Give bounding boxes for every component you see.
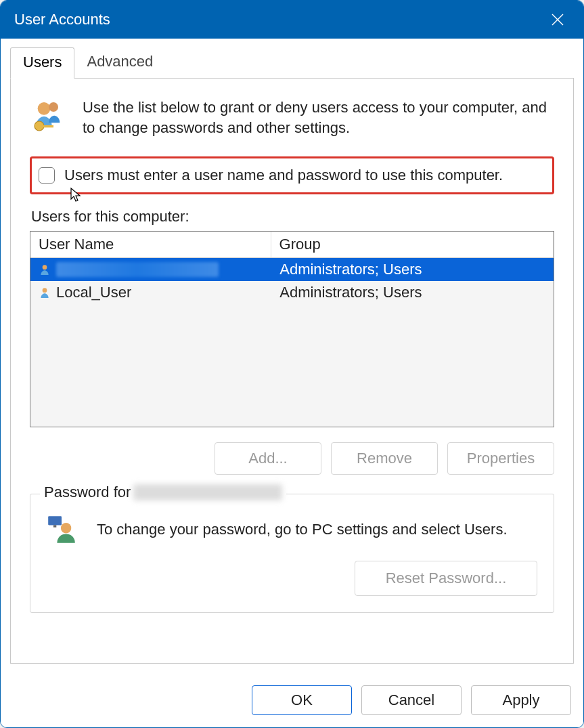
user-icon — [39, 263, 51, 276]
cancel-button[interactable]: Cancel — [361, 685, 462, 715]
user-monitor-icon — [47, 515, 76, 544]
window-title: User Accounts — [14, 11, 545, 28]
add-button[interactable]: Add... — [215, 442, 321, 475]
table-row[interactable]: Administrators; Users — [30, 258, 554, 281]
password-legend: Password for — [40, 484, 286, 501]
require-signin-checkbox[interactable] — [39, 167, 55, 184]
cell-username: Local_User — [56, 284, 131, 301]
remove-button[interactable]: Remove — [331, 442, 438, 475]
svg-rect-5 — [43, 125, 53, 128]
dialog-content: Users Advanced Use the list below to gra… — [1, 39, 583, 676]
properties-button[interactable]: Properties — [447, 442, 554, 475]
svg-rect-8 — [48, 517, 62, 526]
users-list-heading: Users for this computer: — [31, 208, 554, 226]
ok-button[interactable]: OK — [252, 685, 352, 715]
svg-point-10 — [61, 523, 71, 533]
intro-text: Use the list below to grant or deny user… — [83, 98, 554, 137]
cell-group: Administrators; Users — [271, 261, 548, 278]
users-panel: Use the list below to grant or deny user… — [10, 79, 574, 664]
password-legend-prefix: Password for — [44, 484, 131, 501]
password-legend-redacted — [133, 484, 282, 500]
dialog-footer: OK Cancel Apply — [1, 676, 583, 727]
password-instruction: To change your password, go to PC settin… — [97, 521, 508, 538]
intro-row: Use the list below to grant or deny user… — [30, 98, 554, 137]
svg-rect-9 — [53, 526, 56, 528]
tabstrip: Users Advanced — [10, 47, 574, 79]
svg-point-6 — [43, 265, 47, 270]
users-keys-icon — [30, 98, 68, 135]
cursor-icon — [70, 187, 85, 203]
apply-button[interactable]: Apply — [471, 685, 571, 715]
user-icon — [39, 286, 51, 299]
tab-advanced[interactable]: Advanced — [74, 47, 165, 79]
require-signin-highlight: Users must enter a user name and passwor… — [30, 156, 554, 194]
svg-point-7 — [43, 288, 47, 293]
column-username[interactable]: User Name — [30, 232, 271, 257]
users-table: User Name Group Administrators; Users — [30, 231, 554, 427]
username-redacted — [56, 262, 219, 277]
password-fieldset: Password for To change your password, go… — [30, 494, 554, 613]
table-row[interactable]: Local_User Administrators; Users — [30, 281, 554, 304]
cell-group: Administrators; Users — [271, 284, 548, 301]
reset-password-button[interactable]: Reset Password... — [355, 561, 537, 596]
svg-point-3 — [49, 102, 58, 112]
svg-point-2 — [38, 102, 51, 115]
require-signin-label: Users must enter a user name and passwor… — [64, 167, 503, 184]
close-button[interactable] — [545, 7, 570, 32]
table-header: User Name Group — [30, 232, 554, 258]
tab-users[interactable]: Users — [10, 47, 74, 79]
user-buttons-row: Add... Remove Properties — [30, 442, 554, 475]
user-accounts-dialog: User Accounts Users Advanced Use — [0, 0, 584, 728]
table-body: Administrators; Users Local_User Adminis… — [30, 258, 554, 427]
titlebar: User Accounts — [1, 1, 583, 39]
column-group[interactable]: Group — [271, 232, 554, 257]
close-icon — [551, 13, 564, 26]
